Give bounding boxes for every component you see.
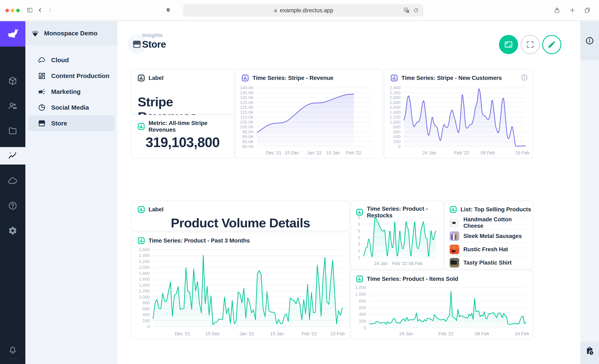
product-items-sold-chart: 1,2001,000800600400200024 JanFeb '2208 F… [353, 284, 531, 338]
notifications-button[interactable] [0, 342, 25, 359]
panel-ts-product-items-sold[interactable]: Time Series: Product - Items Sold 1,2001… [351, 270, 533, 339]
svg-text:0: 0 [398, 144, 401, 149]
project-switcher[interactable]: Monospace Demo [25, 21, 117, 45]
panel-label-product[interactable]: Label Product Volume Details [131, 201, 350, 231]
svg-text:600: 600 [359, 305, 366, 310]
panel-title: Time Series: Product - Past 3 Months [149, 237, 250, 244]
project-name: Monospace Demo [44, 30, 97, 37]
svg-text:200: 200 [393, 139, 401, 144]
stripe-new-customers-chart: 2,4002,2002,0001,8001,6001,4001,2001,000… [386, 83, 531, 157]
breadcrumb[interactable]: Insights [142, 32, 163, 38]
url-text: example.directus.app [280, 7, 333, 14]
sidebar-toggle-icon[interactable] [27, 7, 33, 13]
svg-text:200: 200 [142, 318, 150, 323]
sidebar-item-store[interactable]: Store [28, 115, 115, 131]
sidebar-item-label: Marketing [51, 88, 81, 95]
fullscreen-button[interactable] [520, 35, 540, 54]
privacy-shield-icon[interactable] [166, 8, 171, 13]
product-name: Handmade Cotton Cheese [463, 216, 528, 229]
svg-text:Dec '21: Dec '21 [266, 150, 282, 155]
module-bar-divider [7, 359, 18, 359]
svg-text:1,800: 1,800 [389, 100, 401, 105]
svg-text:2,400: 2,400 [389, 85, 401, 90]
svg-text:2,000: 2,000 [139, 265, 150, 270]
directus-logo[interactable] [0, 21, 25, 47]
panel-list-top-products[interactable]: List: Top Selling Products Handmade Cott… [444, 201, 533, 269]
svg-text:6: 6 [358, 215, 360, 220]
back-button-icon[interactable] [37, 8, 43, 13]
cloud-icon [38, 56, 46, 64]
svg-text:24 Jan: 24 Jan [399, 331, 413, 336]
list-item[interactable]: Sleek Metal Sausages [450, 229, 528, 242]
translate-icon[interactable]: A [404, 7, 410, 14]
list-item[interactable]: Handmade Cotton Cheese [450, 216, 528, 229]
list-item[interactable]: Tasty Plastic Shirt [450, 256, 528, 269]
fullscreen-icon [526, 40, 535, 49]
navigation-sidebar: Monospace Demo Cloud Content Production … [25, 21, 117, 364]
content-module-button[interactable] [0, 72, 25, 90]
panel-title: Label [149, 75, 163, 81]
svg-text:16 Feb: 16 Feb [515, 331, 529, 336]
settings-module-button[interactable] [0, 222, 25, 240]
panel-ts-product-restocks[interactable]: Time Series: Product - Restocks 65543212… [351, 201, 443, 269]
help-module-button[interactable] [0, 197, 25, 214]
panel-ts-product-past3[interactable]: Time Series: Product - Past 3 Months 2,6… [131, 232, 350, 339]
svg-text:800: 800 [359, 299, 366, 303]
svg-text:Dec '21: Dec '21 [175, 331, 190, 336]
svg-text:105.0K: 105.0K [240, 120, 254, 124]
sidebar-item-label: Cloud [51, 57, 69, 64]
window-zoom-button[interactable] [16, 9, 20, 12]
share-icon[interactable] [554, 7, 560, 14]
svg-text:85.0K: 85.0K [242, 139, 254, 144]
sidebar-item-social-media[interactable]: Social Media [28, 100, 115, 115]
svg-text:Feb '22: Feb '22 [392, 261, 407, 266]
product-name: Sleek Metal Sausages [463, 233, 522, 240]
panel-type-icon [137, 74, 145, 82]
edit-button[interactable] [542, 35, 561, 54]
panel-label-stripe[interactable]: Label Stripe Revenues [131, 69, 234, 114]
present-button[interactable] [499, 35, 518, 54]
user-avatar-button[interactable] [0, 362, 25, 364]
tab-overview-icon[interactable] [584, 7, 591, 14]
insights-module-button[interactable] [0, 147, 25, 165]
panel-metric-stripe[interactable]: Metric: All-time Stripe Revenues 319,103… [131, 115, 234, 159]
slideshow-icon [504, 40, 513, 49]
sidebar-item-cloud[interactable]: Cloud [28, 52, 115, 68]
sidebar-item-label: Store [51, 120, 67, 127]
bell-icon [8, 346, 17, 355]
panel-type-icon [137, 237, 145, 245]
user-directory-module-button[interactable] [0, 97, 25, 115]
panel-ts-stripe-revenue[interactable]: Time Series: Stripe - Revenue 140.0K135.… [235, 69, 383, 159]
sidebar-item-content-production[interactable]: Content Production [28, 68, 115, 84]
forward-button-icon[interactable] [47, 8, 53, 13]
storefront-icon [132, 40, 142, 49]
clipboard-clock-icon [585, 346, 594, 356]
panel-ts-stripe-new-customers[interactable]: Time Series: Stripe - New Customers 2,40… [384, 69, 533, 159]
svg-text:2,200: 2,200 [389, 90, 401, 95]
panel-info-icon[interactable] [521, 74, 528, 81]
info-sidebar-button[interactable] [580, 21, 599, 60]
file-library-module-button[interactable] [0, 122, 25, 140]
label-text: Product Volume Details [132, 215, 349, 230]
panel-type-icon [449, 205, 457, 213]
svg-text:24 Jan: 24 Jan [423, 150, 436, 155]
product-list: Handmade Cotton Cheese Sleek Metal Sausa… [450, 216, 528, 269]
dashboards-list: Cloud Content Production Marketing Socia… [25, 52, 117, 131]
panel-title: Time Series: Product - Items Sold [367, 275, 458, 282]
address-bar[interactable]: example.directus.app A [183, 4, 423, 17]
browser-chrome: example.directus.app A [0, 0, 599, 21]
svg-text:135.0K: 135.0K [240, 90, 254, 95]
new-tab-icon[interactable] [569, 7, 576, 14]
window-minimize-button[interactable] [11, 9, 14, 12]
lock-icon [273, 8, 278, 13]
svg-text:Feb '22: Feb '22 [346, 150, 361, 155]
cloud-icon [8, 176, 18, 186]
svg-text:1: 1 [358, 255, 360, 260]
list-item[interactable]: Rustic Fresh Hat [450, 242, 528, 256]
activity-log-button[interactable] [580, 342, 599, 364]
cloud-module-button[interactable] [0, 172, 25, 189]
window-close-button[interactable] [5, 9, 9, 12]
svg-text:1,000: 1,000 [139, 294, 150, 299]
reload-icon[interactable] [413, 8, 419, 13]
sidebar-item-marketing[interactable]: Marketing [28, 84, 115, 100]
